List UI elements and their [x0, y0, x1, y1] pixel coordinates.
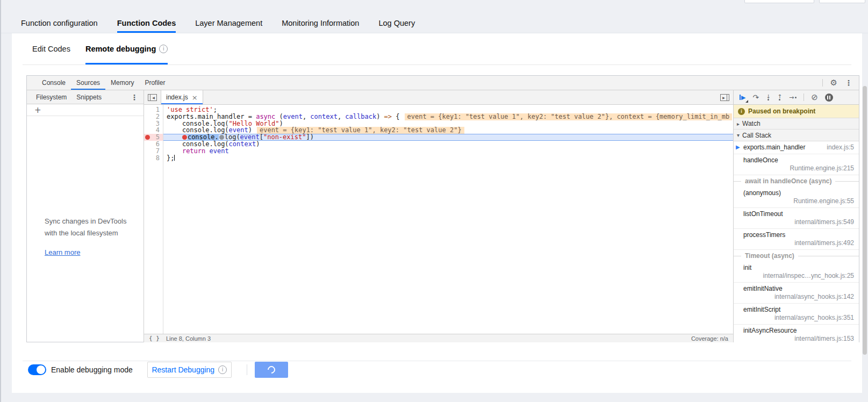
frame-location: internal/timers.js:153 — [743, 335, 854, 342]
frame-location: Runtime.engine.js:55 — [743, 197, 854, 205]
collapse-navigator-icon[interactable]: ◀ — [148, 94, 157, 101]
deactivate-breakpoints-button[interactable]: ⊘ — [811, 94, 818, 102]
line-number-gutter[interactable]: 7 — [144, 148, 163, 155]
code-text[interactable]: console.log(event["non-exist"]) — [163, 134, 733, 141]
breakpoint-icon[interactable] — [145, 135, 150, 140]
gear-icon[interactable]: ⚙ — [830, 78, 837, 88]
call-stack-frame[interactable]: emitInitScriptinternal/async_hooks.js:35… — [734, 304, 859, 325]
line-number-gutter[interactable]: 3 — [144, 120, 163, 127]
code-token: return — [182, 148, 205, 155]
code-text[interactable]: 'use strict'; — [163, 106, 733, 113]
code-text[interactable]: console.log(context) — [163, 141, 733, 148]
step-button[interactable]: → — [789, 95, 797, 101]
code-token: event — [210, 148, 229, 155]
tab-layer-management[interactable]: Layer Management — [195, 15, 262, 33]
call-stack-section-header[interactable]: ▾ Call Stack — [734, 130, 859, 141]
partial-top-button[interactable] — [744, 0, 814, 3]
line-number-gutter[interactable]: 2 — [144, 113, 163, 120]
code-token: event = {key1: "test value 1", key2: "te… — [405, 113, 733, 120]
code-editor[interactable]: 1'use strict';2exports.main_handler = as… — [144, 105, 733, 334]
overflow-menu-icon[interactable]: ⋮ — [131, 93, 144, 102]
devtools-tab-sources[interactable]: Sources — [71, 76, 105, 90]
resume-icon: ▶ — [741, 95, 745, 101]
call-stack-frame[interactable]: listOnTimeoutinternal/timers.js:549 — [734, 208, 859, 229]
restart-debugging-button[interactable]: Restart Debugging i — [147, 362, 232, 378]
frame-function-name: emitInitNative — [743, 285, 854, 293]
line-number-gutter[interactable]: 6 — [144, 141, 163, 148]
info-icon[interactable]: i — [159, 45, 168, 53]
pretty-print-icon[interactable]: { } — [149, 335, 160, 342]
expand-debugger-icon[interactable]: ▶ — [720, 94, 729, 101]
partial-top-button[interactable] — [819, 0, 865, 3]
call-stack-frame[interactable]: handleOnceRuntime.engine.js:215 — [734, 154, 859, 175]
navigator-tab-snippets[interactable]: Snippets — [71, 94, 106, 101]
inline-candidate-icon — [219, 135, 224, 140]
scrollbar[interactable] — [863, 86, 867, 355]
tab-function-configuration[interactable]: Function configuration — [21, 15, 98, 33]
resume-button[interactable]: ▶ — [740, 95, 745, 101]
resume-icon — [740, 95, 741, 100]
async-separator-label: await in handleOnce (async) — [745, 177, 831, 185]
code-line: 3 console.log("Hello World") — [144, 120, 733, 127]
add-folder-button[interactable]: + — [27, 104, 144, 116]
text-cursor — [174, 155, 175, 161]
call-stack-frame[interactable]: initinternal/inspec…ync_hook.js:25 — [734, 262, 859, 283]
tab-edit-codes[interactable]: Edit Codes — [32, 33, 70, 64]
call-stack-frame[interactable]: initAsyncResourceinternal/timers.js:153 — [734, 325, 859, 342]
filesystem-sync-message: Sync changes in DevTools with the local … — [27, 216, 144, 259]
close-icon[interactable]: × — [192, 94, 198, 102]
code-token: "non-exist" — [263, 134, 306, 141]
code-token: exports.main_handler = — [167, 113, 256, 120]
toggle-knob — [37, 365, 45, 374]
frame-location: internal/async_hooks.js:142 — [743, 293, 854, 301]
paused-message: Paused on breakpoint — [748, 107, 815, 115]
devtools-tab-bar: Console Sources Memory Profiler ⚙ ⋮ — [27, 76, 859, 90]
code-text[interactable]: }; — [163, 155, 733, 162]
tab-monitoring-information[interactable]: Monitoring Information — [282, 15, 359, 33]
code-token: , — [338, 113, 345, 120]
code-mode-tab-bar: Edit Codes Remote debugging i — [23, 33, 851, 65]
code-token: [ — [260, 134, 263, 141]
tab-remote-debugging[interactable]: Remote debugging i — [85, 33, 168, 64]
overflow-menu-icon[interactable]: ⋮ — [845, 78, 852, 87]
code-token: event = {key1: "test value 1", key2: "te… — [257, 127, 464, 134]
step-into-button[interactable]: ↓ — [766, 95, 770, 101]
line-number-gutter[interactable]: 4 — [144, 127, 163, 134]
code-token: async — [256, 113, 275, 120]
code-token: "Hello World" — [229, 120, 279, 127]
step-out-button[interactable]: ↑ — [778, 95, 782, 101]
code-token: event — [283, 113, 303, 120]
line-number-gutter[interactable]: 5 — [144, 134, 163, 141]
loading-button[interactable] — [255, 362, 288, 378]
debugger-toolbar: ▶ ↷ ↓ ↑ → — [734, 90, 859, 105]
call-stack-frame[interactable]: processTimersinternal/timers.js:492 — [734, 229, 859, 250]
call-stack-frame[interactable]: emitInitNativeinternal/async_hooks.js:14… — [734, 283, 859, 304]
debug-footer: Enable debugging mode Restart Debugging … — [28, 361, 288, 378]
code-text[interactable]: console.log("Hello World") — [163, 120, 733, 127]
call-stack-frame[interactable]: ▶exports.main_handlerindex.js:5 — [734, 141, 859, 154]
watch-section-header[interactable]: ▸ Watch — [734, 118, 859, 130]
code-text[interactable]: return event — [163, 148, 733, 155]
enable-debugging-toggle[interactable] — [28, 364, 46, 375]
code-line: 6 console.log(context) — [144, 141, 733, 148]
line-number-gutter[interactable]: 8 — [144, 155, 163, 162]
paused-on-breakpoint-banner: i Paused on breakpoint — [734, 105, 859, 118]
devtools-tab-memory[interactable]: Memory — [105, 76, 139, 90]
page: Function configuration Function Codes La… — [0, 0, 868, 402]
file-tab-indexjs[interactable]: index.js × — [161, 90, 203, 104]
gutter-divider — [163, 105, 163, 334]
pause-on-exceptions-button[interactable] — [825, 94, 833, 102]
navigator-tab-filesystem[interactable]: Filesystem — [31, 94, 71, 101]
debugger-pane: ▶ ↷ ↓ ↑ → — [733, 90, 859, 342]
tab-log-query[interactable]: Log Query — [378, 15, 415, 33]
call-stack-label: Call Stack — [742, 132, 771, 139]
devtools-tab-profiler[interactable]: Profiler — [139, 76, 170, 90]
devtools-tab-console[interactable]: Console — [37, 76, 71, 90]
line-number-gutter[interactable]: 1 — [144, 106, 163, 113]
learn-more-link[interactable]: Learn more — [45, 247, 80, 259]
code-text[interactable]: console.log(event)event = {key1: "test v… — [163, 127, 733, 134]
step-over-button[interactable]: ↷ — [752, 94, 759, 101]
tab-function-codes[interactable]: Function Codes — [117, 15, 176, 33]
call-stack-frame[interactable]: (anonymous)Runtime.engine.js:55 — [734, 187, 859, 208]
code-text[interactable]: exports.main_handler = async (event, con… — [163, 113, 733, 120]
